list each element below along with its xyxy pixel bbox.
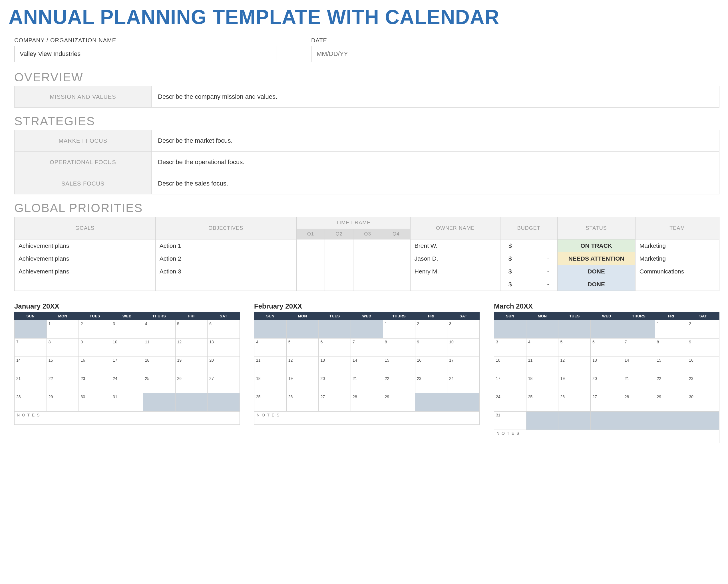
calendar-cell[interactable]: 21 bbox=[15, 375, 47, 393]
calendar-cell[interactable]: 26 bbox=[286, 393, 319, 412]
calendar-cell[interactable]: 5 bbox=[286, 339, 319, 357]
calendar-cell[interactable]: 21 bbox=[623, 375, 655, 393]
calendar-cell[interactable]: 19 bbox=[558, 375, 591, 393]
cell-q1[interactable] bbox=[296, 239, 325, 252]
calendar-cell[interactable]: 23 bbox=[79, 375, 111, 393]
calendar-cell[interactable]: 1 bbox=[47, 320, 79, 339]
cell-goal[interactable]: Achievement plans bbox=[15, 252, 156, 265]
calendar-cell[interactable]: 9 bbox=[687, 339, 720, 357]
calendar-cell[interactable]: 20 bbox=[591, 375, 623, 393]
calendar-cell[interactable]: 24 bbox=[111, 375, 143, 393]
calendar-cell[interactable]: 13 bbox=[591, 357, 623, 375]
calendar-cell[interactable]: 6 bbox=[319, 339, 351, 357]
cell-q3[interactable] bbox=[354, 278, 382, 291]
calendar-cell[interactable]: 10 bbox=[447, 339, 479, 357]
strategy-row-text[interactable]: Describe the market focus. bbox=[152, 130, 720, 152]
cell-owner[interactable]: Jason D. bbox=[410, 252, 500, 265]
calendar-cell[interactable]: 14 bbox=[15, 357, 47, 375]
calendar-cell[interactable]: 16 bbox=[687, 357, 720, 375]
calendar-cell[interactable]: 15 bbox=[47, 357, 79, 375]
calendar-cell[interactable]: 11 bbox=[526, 357, 558, 375]
calendar-cell[interactable]: 21 bbox=[351, 375, 383, 393]
cell-q4[interactable] bbox=[382, 265, 410, 278]
overview-row-text[interactable]: Describe the company mission and values. bbox=[152, 86, 720, 108]
cell-status[interactable]: NEEDS ATTENTION bbox=[557, 252, 635, 265]
calendar-cell[interactable]: 24 bbox=[447, 375, 479, 393]
cell-q1[interactable] bbox=[296, 278, 325, 291]
cell-status[interactable]: DONE bbox=[557, 265, 635, 278]
cell-q1[interactable] bbox=[296, 252, 325, 265]
calendar-cell[interactable]: 25 bbox=[143, 375, 175, 393]
cell-team[interactable] bbox=[635, 278, 719, 291]
calendar-cell[interactable]: 8 bbox=[383, 339, 415, 357]
calendar-cell[interactable]: 22 bbox=[655, 375, 687, 393]
calendar-cell[interactable]: 5 bbox=[558, 339, 591, 357]
company-input[interactable] bbox=[14, 46, 277, 62]
calendar-cell[interactable]: 23 bbox=[415, 375, 447, 393]
calendar-cell[interactable]: 1 bbox=[383, 320, 415, 339]
calendar-cell[interactable]: 13 bbox=[208, 339, 240, 357]
calendar-cell[interactable]: 26 bbox=[558, 393, 591, 412]
calendar-cell[interactable]: 7 bbox=[15, 339, 47, 357]
calendar-cell[interactable]: 1 bbox=[655, 320, 687, 339]
calendar-cell[interactable]: 18 bbox=[254, 375, 287, 393]
calendar-cell[interactable]: 25 bbox=[254, 393, 287, 412]
calendar-cell[interactable]: 28 bbox=[351, 393, 383, 412]
cell-q4[interactable] bbox=[382, 252, 410, 265]
cell-q1[interactable] bbox=[296, 265, 325, 278]
calendar-cell[interactable]: 20 bbox=[319, 375, 351, 393]
cell-team[interactable]: Marketing bbox=[635, 239, 719, 252]
cell-goal[interactable] bbox=[15, 278, 156, 291]
cell-q3[interactable] bbox=[354, 239, 382, 252]
calendar-cell[interactable]: 27 bbox=[319, 393, 351, 412]
calendar-cell[interactable]: 15 bbox=[383, 357, 415, 375]
cell-q3[interactable] bbox=[354, 252, 382, 265]
calendar-cell[interactable]: 16 bbox=[415, 357, 447, 375]
calendar-cell[interactable]: 29 bbox=[47, 393, 79, 412]
cell-budget[interactable]: $- bbox=[500, 239, 557, 252]
calendar-cell[interactable]: 14 bbox=[351, 357, 383, 375]
calendar-cell[interactable]: 17 bbox=[111, 357, 143, 375]
calendar-cell[interactable]: 8 bbox=[47, 339, 79, 357]
cell-objective[interactable] bbox=[155, 278, 296, 291]
cell-budget[interactable]: $- bbox=[500, 265, 557, 278]
cell-goal[interactable]: Achievement plans bbox=[15, 265, 156, 278]
calendar-cell[interactable]: 23 bbox=[687, 375, 720, 393]
cell-q3[interactable] bbox=[354, 265, 382, 278]
cell-budget[interactable]: $- bbox=[500, 252, 557, 265]
calendar-cell[interactable]: 31 bbox=[494, 412, 526, 430]
calendar-cell[interactable]: 7 bbox=[351, 339, 383, 357]
calendar-cell[interactable]: 27 bbox=[591, 393, 623, 412]
calendar-cell[interactable]: 3 bbox=[111, 320, 143, 339]
calendar-cell[interactable]: 4 bbox=[143, 320, 175, 339]
calendar-cell[interactable]: 5 bbox=[175, 320, 208, 339]
calendar-cell[interactable]: 4 bbox=[526, 339, 558, 357]
calendar-cell[interactable]: 17 bbox=[447, 357, 479, 375]
calendar-cell[interactable]: 24 bbox=[494, 393, 526, 412]
cell-goal[interactable]: Achievement plans bbox=[15, 239, 156, 252]
cell-q2[interactable] bbox=[325, 265, 354, 278]
date-input[interactable] bbox=[311, 46, 488, 62]
calendar-cell[interactable]: 12 bbox=[558, 357, 591, 375]
calendar-cell[interactable]: 29 bbox=[383, 393, 415, 412]
calendar-cell[interactable]: 28 bbox=[623, 393, 655, 412]
cell-budget[interactable]: $- bbox=[500, 278, 557, 291]
calendar-notes[interactable]: N O T E S bbox=[15, 412, 240, 425]
cell-status[interactable]: DONE bbox=[557, 278, 635, 291]
cell-status[interactable]: ON TRACK bbox=[557, 239, 635, 252]
cell-q4[interactable] bbox=[382, 278, 410, 291]
cell-objective[interactable]: Action 1 bbox=[155, 239, 296, 252]
cell-owner[interactable]: Henry M. bbox=[410, 265, 500, 278]
calendar-notes[interactable]: N O T E S bbox=[494, 430, 720, 443]
calendar-cell[interactable]: 14 bbox=[623, 357, 655, 375]
calendar-cell[interactable]: 16 bbox=[79, 357, 111, 375]
calendar-cell[interactable]: 13 bbox=[319, 357, 351, 375]
cell-objective[interactable]: Action 3 bbox=[155, 265, 296, 278]
calendar-cell[interactable]: 10 bbox=[111, 339, 143, 357]
calendar-cell[interactable]: 29 bbox=[655, 393, 687, 412]
calendar-notes[interactable]: N O T E S bbox=[254, 412, 479, 425]
calendar-cell[interactable]: 3 bbox=[447, 320, 479, 339]
calendar-cell[interactable]: 8 bbox=[655, 339, 687, 357]
calendar-cell[interactable]: 11 bbox=[143, 339, 175, 357]
calendar-cell[interactable]: 10 bbox=[494, 357, 526, 375]
